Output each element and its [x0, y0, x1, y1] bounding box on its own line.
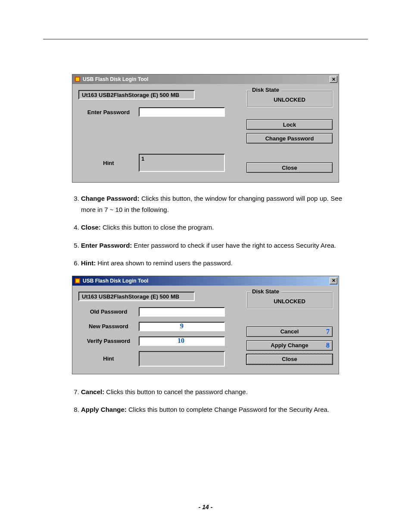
svg-rect-1 [76, 78, 79, 81]
item-label: Cancel: [81, 388, 104, 395]
list-item: Change Password: Clicks this button, the… [81, 193, 342, 215]
new-password-label: New Password [78, 323, 139, 330]
window-title: USB Flash Disk Login Tool [83, 76, 330, 82]
window-title: USB Flash Disk Login Tool [83, 278, 330, 284]
old-password-input[interactable] [139, 307, 225, 317]
apply-change-button[interactable]: Apply Change 8 [246, 340, 333, 351]
enter-password-input[interactable] [139, 107, 225, 117]
page-number: - 14 - [0, 504, 411, 510]
hint-label: Hint [78, 355, 139, 362]
hint-box [139, 351, 225, 367]
page-top-rule [43, 39, 368, 40]
list-item: Enter Password: Enter password to check … [81, 240, 342, 251]
annotation-8: 8 [326, 342, 330, 349]
list-item: Hint: Hint area shown to remind users th… [81, 258, 342, 269]
item-label: Close: [81, 224, 101, 231]
login-tool-dialog-1: USB Flash Disk Login Tool ✕ Ut163 USB2Fl… [72, 74, 339, 183]
close-icon[interactable]: ✕ [330, 277, 337, 284]
item-label: Apply Change: [81, 406, 127, 413]
device-readout: Ut163 USB2FlashStorage (E) 500 MB [78, 90, 195, 100]
item-label: Hint: [81, 259, 96, 267]
disk-state-value: UNLOCKED [251, 96, 328, 103]
list-item: Apply Change: Clicks this button to comp… [81, 404, 342, 415]
item-label: Change Password: [81, 195, 139, 202]
annotation-10: 10 [177, 337, 184, 345]
disk-state-group: Disk State UNLOCKED [246, 292, 333, 308]
annotation-7: 7 [326, 328, 330, 336]
cancel-button[interactable]: Cancel 7 [246, 327, 333, 337]
device-readout: Ut163 USB2FlashStorage (E) 500 MB [78, 292, 195, 301]
list-item: Close: Clicks this button to close the p… [81, 222, 342, 233]
disk-state-group: Disk State UNLOCKED [246, 90, 333, 107]
item-text: Clicks this button to complete Change Pa… [127, 406, 329, 413]
item-text: Enter password to check if user have the… [132, 242, 336, 249]
old-password-label: Old Password [78, 308, 139, 315]
svg-rect-3 [76, 279, 79, 283]
item-text: Hint area shown to remind users the pass… [96, 259, 233, 267]
close-button[interactable]: Close [246, 162, 333, 173]
titlebar[interactable]: USB Flash Disk Login Tool ✕ [72, 276, 339, 286]
close-icon[interactable]: ✕ [330, 76, 337, 83]
instruction-list-1: Change Password: Clicks this button, the… [69, 193, 342, 269]
instruction-list-2: Cancel: Clicks this button to cancel the… [69, 386, 342, 415]
list-item: Cancel: Clicks this button to cancel the… [81, 386, 342, 398]
hint-box: 1 [139, 154, 225, 172]
enter-password-label: Enter Password [78, 109, 139, 115]
titlebar[interactable]: USB Flash Disk Login Tool ✕ [72, 75, 339, 84]
hint-label: Hint [78, 160, 139, 166]
app-icon [74, 277, 81, 284]
item-text: Clicks this button to cancel the passwor… [104, 388, 248, 395]
button-label: Cancel [280, 328, 299, 335]
app-icon [74, 76, 81, 83]
button-label: Apply Change [271, 342, 308, 348]
verify-password-label: Verify Password [78, 338, 139, 344]
disk-state-legend: Disk State [250, 288, 281, 295]
login-tool-dialog-2: USB Flash Disk Login Tool ✕ Ut163 USB2Fl… [72, 276, 339, 374]
lock-button[interactable]: Lock [246, 119, 333, 130]
item-text: Clicks this button to close the program. [101, 224, 214, 231]
close-button[interactable]: Close [246, 354, 333, 364]
disk-state-value: UNLOCKED [251, 298, 328, 305]
disk-state-legend: Disk State [250, 87, 281, 93]
change-password-button[interactable]: Change Password [246, 133, 333, 143]
annotation-9: 9 [180, 322, 184, 330]
item-label: Enter Password: [81, 242, 132, 249]
